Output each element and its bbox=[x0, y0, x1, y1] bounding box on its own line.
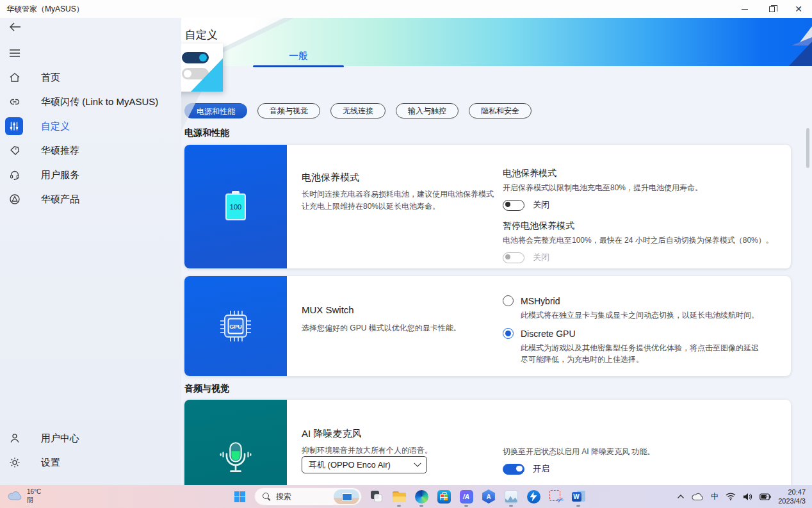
battery-care-toggle[interactable] bbox=[503, 200, 524, 211]
cloud-icon bbox=[8, 491, 23, 501]
chevron-down-icon bbox=[414, 459, 421, 466]
product-icon bbox=[9, 193, 20, 205]
user-icon bbox=[9, 432, 20, 444]
card-title: MUX Switch bbox=[302, 304, 354, 315]
section-heading-audio: 音频与视觉 bbox=[184, 383, 229, 395]
sidebar-item-settings[interactable]: 设置 bbox=[0, 450, 181, 475]
search-input[interactable]: 搜索 bbox=[254, 488, 362, 505]
mic-toggle-block: 切换至开启状态以启用 AI 降噪麦克风 功能。 开启 bbox=[503, 446, 779, 475]
window-title: 华硕管家（MyASUS） bbox=[0, 4, 84, 15]
chip-audio-visual[interactable]: 音频与视觉 bbox=[257, 103, 320, 119]
hamburger-icon bbox=[9, 49, 20, 58]
setting-title: 电池保养模式 bbox=[503, 168, 779, 179]
weather-condition: 阴 bbox=[27, 496, 41, 504]
dropdown-selected-value: 耳机 (OPPO Enco Air) bbox=[309, 459, 391, 471]
search-highlight-image bbox=[334, 489, 359, 504]
lightning-app-button[interactable] bbox=[526, 489, 541, 504]
close-button[interactable]: ✕ bbox=[785, 0, 812, 18]
card-description: 抑制环境噪音并放大所有个人的语音。 bbox=[302, 445, 513, 457]
toggle-on-graphic bbox=[182, 52, 209, 63]
file-explorer-button[interactable] bbox=[391, 489, 407, 504]
back-arrow-icon bbox=[9, 22, 22, 32]
minimize-icon bbox=[742, 9, 748, 10]
weather-widget[interactable]: 16°C 阴 bbox=[8, 488, 41, 504]
main-content: 自定义 一般 电源和性能 音频与视觉 无线连接 输入与触控 隐私和安全 电源和性… bbox=[181, 18, 812, 485]
search-placeholder: 搜索 bbox=[276, 491, 291, 502]
sidebar-item-link-to-myasus[interactable]: 华硕闪传 (Link to MyASUS) bbox=[0, 90, 181, 114]
edge-button[interactable] bbox=[414, 489, 429, 504]
folder-icon bbox=[393, 491, 406, 502]
myasus-button[interactable]: /A bbox=[459, 489, 474, 504]
sidebar-item-home[interactable]: 首页 bbox=[0, 65, 181, 90]
sidebar-item-customization[interactable]: 自定义 bbox=[0, 114, 181, 138]
radio-discrete-gpu[interactable]: Discrete GPU bbox=[503, 328, 779, 339]
card-title: 电池保养模式 bbox=[302, 172, 359, 184]
battery-icon: 100 bbox=[225, 193, 246, 220]
task-view-button[interactable] bbox=[369, 489, 384, 504]
gear-icon bbox=[9, 457, 20, 468]
ime-indicator[interactable]: 中 bbox=[711, 491, 719, 502]
sidebar-item-user-service[interactable]: 用户服务 bbox=[0, 163, 181, 187]
start-button[interactable] bbox=[232, 489, 247, 504]
microsoft-store-icon bbox=[437, 490, 451, 504]
tab-label: 一般 bbox=[253, 50, 344, 62]
search-icon bbox=[263, 493, 271, 501]
radio-label: MSHybrid bbox=[521, 296, 560, 306]
minimize-button[interactable] bbox=[731, 0, 758, 18]
battery-care-card: 100 电池保养模式 长时间连接充电器容易损耗电池，建议使用电池保养模式让充电上… bbox=[184, 145, 791, 268]
asus-app-button[interactable]: A bbox=[481, 489, 496, 504]
scrollbar-thumb[interactable] bbox=[806, 128, 809, 168]
sidebar-item-user-center[interactable]: 用户中心 bbox=[0, 426, 181, 450]
sidebar-item-label: 华硕闪传 (Link to MyASUS) bbox=[0, 96, 158, 108]
battery-tray-button[interactable] bbox=[759, 493, 771, 500]
sidebar-nav: 首页 华硕闪传 (Link to MyASUS) 自定义 华硕推荐 bbox=[0, 65, 181, 211]
lightning-circle-icon bbox=[527, 490, 540, 504]
wifi-icon bbox=[726, 493, 736, 500]
windows-start-icon bbox=[234, 491, 245, 502]
mic-device-dropdown[interactable]: 耳机 (OPPO Enco Air) bbox=[302, 456, 427, 473]
close-icon: ✕ bbox=[795, 4, 802, 13]
weather-temp: 16°C bbox=[27, 488, 41, 496]
onedrive-button[interactable] bbox=[692, 493, 704, 501]
tray-time: 20:47 bbox=[788, 488, 806, 496]
sidebar: 首页 华硕闪传 (Link to MyASUS) 自定义 华硕推荐 bbox=[0, 18, 181, 485]
radio-mshybrid[interactable]: MSHybrid bbox=[503, 295, 779, 306]
page-title: 自定义 bbox=[185, 28, 218, 42]
sidebar-bottom-nav: 用户中心 设置 bbox=[0, 426, 181, 475]
pause-battery-care-toggle[interactable] bbox=[503, 252, 524, 263]
system-tray: 中 20:47 2023/4/3 bbox=[677, 485, 812, 508]
wifi-button[interactable] bbox=[726, 493, 736, 500]
graph-window-icon bbox=[505, 490, 518, 504]
toggle-state-label: 关闭 bbox=[533, 199, 549, 211]
ai-mic-card: AI 降噪麦克风 抑制环境噪音并放大所有个人的语音。 耳机 (OPPO Enco… bbox=[184, 400, 791, 485]
sliders-icon bbox=[5, 117, 23, 135]
sidebar-item-recommendations[interactable]: 华硕推荐 bbox=[0, 138, 181, 163]
headset-icon bbox=[9, 169, 20, 181]
taskbar-center: 搜索 /A A bbox=[232, 485, 586, 508]
tray-clock[interactable]: 20:47 2023/4/3 bbox=[778, 488, 806, 506]
toggle-hint: 切换至开启状态以启用 AI 降噪麦克风 功能。 bbox=[503, 446, 779, 457]
chip-input-touch[interactable]: 输入与触控 bbox=[396, 103, 459, 119]
restore-button[interactable] bbox=[758, 0, 785, 18]
chip-wireless[interactable]: 无线连接 bbox=[330, 103, 386, 119]
sidebar-item-asus-products[interactable]: 华硕产品 bbox=[0, 187, 181, 211]
tray-chevron-button[interactable] bbox=[677, 494, 685, 499]
word-button[interactable]: W bbox=[571, 489, 586, 504]
tab-general[interactable]: 一般 bbox=[253, 50, 344, 67]
microsoft-store-button[interactable] bbox=[436, 489, 451, 504]
snipping-tool-button[interactable]: ✂ bbox=[548, 489, 564, 504]
setting-description: 开启保养模式以限制电池充电至80%，提升电池使用寿命。 bbox=[503, 182, 779, 193]
tray-date: 2023/4/3 bbox=[778, 496, 806, 505]
back-button[interactable] bbox=[9, 22, 22, 32]
card-description: 长时间连接充电器容易损耗电池，建议使用电池保养模式让充电上限维持在80%以延长电… bbox=[302, 188, 499, 212]
hamburger-menu-button[interactable] bbox=[9, 49, 20, 58]
speaker-icon bbox=[743, 493, 752, 501]
volume-button[interactable] bbox=[743, 493, 752, 501]
setting-title: 暂停电池保养模式 bbox=[503, 220, 779, 232]
filter-chip-row: 电源和性能 音频与视觉 无线连接 输入与触控 隐私和安全 bbox=[184, 103, 532, 119]
asus-hexagon-icon: A bbox=[482, 489, 496, 504]
ai-mic-toggle[interactable] bbox=[503, 464, 524, 475]
chip-privacy-security[interactable]: 隐私和安全 bbox=[469, 103, 532, 119]
mic-tile bbox=[184, 400, 287, 485]
graph-app-button[interactable] bbox=[503, 489, 519, 504]
